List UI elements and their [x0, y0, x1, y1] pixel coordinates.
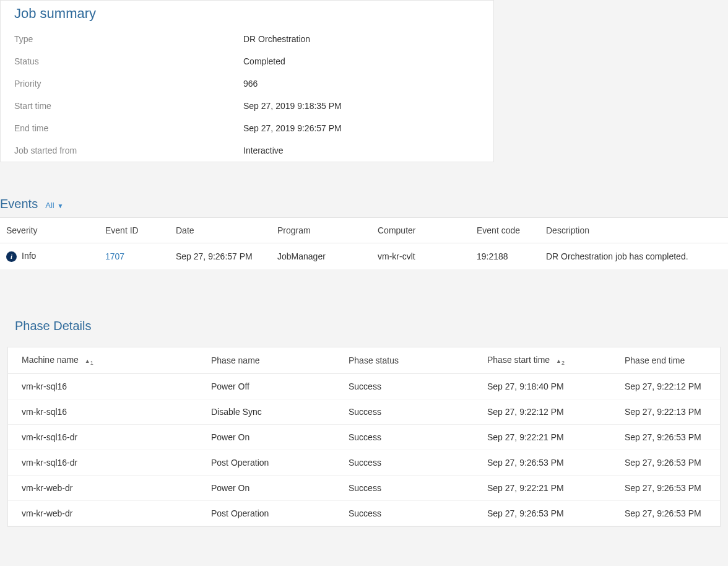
cell-start: Sep 27, 9:26:53 PM [482, 500, 620, 526]
cell-end: Sep 27, 9:22:13 PM [620, 399, 720, 424]
summary-row: End timeSep 27, 2019 9:26:57 PM [1, 117, 493, 139]
cell-phase: Post Operation [206, 450, 344, 475]
cell-start: Sep 27, 9:22:12 PM [482, 399, 620, 424]
cell-start: Sep 27, 9:18:40 PM [482, 373, 620, 399]
col-severity[interactable]: Severity [0, 218, 100, 243]
cell-status: Success [344, 373, 482, 399]
events-filter-label: All [45, 201, 54, 210]
summary-label: Job started from [14, 146, 243, 155]
col-computer[interactable]: Computer [373, 218, 472, 243]
table-row[interactable]: vm-kr-web-drPower OnSuccessSep 27, 9:22:… [8, 475, 720, 500]
cell-status: Success [344, 450, 482, 475]
summary-value: Interactive [243, 146, 284, 155]
cell-end: Sep 27, 9:26:53 PM [620, 475, 720, 500]
summary-row: Job started fromInteractive [1, 139, 493, 162]
info-icon: i [6, 251, 17, 262]
cell-event-code: 19:2188 [472, 243, 541, 269]
table-row[interactable]: vm-kr-sql16Power OffSuccessSep 27, 9:18:… [8, 373, 720, 399]
cell-end: Sep 27, 9:26:53 PM [620, 500, 720, 526]
summary-label: End time [14, 123, 243, 133]
sort-asc-icon: ▲1 [85, 358, 93, 366]
summary-row: TypeDR Orchestration [1, 28, 493, 50]
col-program[interactable]: Program [272, 218, 373, 243]
table-row[interactable]: vm-kr-web-drPost OperationSuccessSep 27,… [8, 500, 720, 526]
cell-description: DR Orchestration job has completed. [541, 243, 728, 269]
summary-label: Type [14, 34, 243, 44]
col-phase-end[interactable]: Phase end time [620, 347, 720, 373]
job-summary-card: Job summary TypeDR OrchestrationStatusCo… [0, 0, 494, 162]
col-phase-start[interactable]: Phase start time ▲2 [482, 347, 620, 373]
col-phase-name[interactable]: Phase name [206, 347, 344, 373]
cell-end: Sep 27, 9:22:12 PM [620, 373, 720, 399]
cell-status: Success [344, 399, 482, 424]
col-machine-name[interactable]: Machine name ▲1 [8, 347, 206, 373]
cell-machine: vm-kr-sql16 [8, 373, 206, 399]
cell-event-id: 1707 [100, 243, 171, 269]
phase-details-table: Machine name ▲1 Phase name Phase status … [8, 347, 720, 526]
summary-row: Priority966 [1, 72, 493, 95]
col-event-id[interactable]: Event ID [100, 218, 171, 243]
table-row[interactable]: vm-kr-sql16Disable SyncSuccessSep 27, 9:… [8, 399, 720, 424]
summary-row: Start timeSep 27, 2019 9:18:35 PM [1, 95, 493, 117]
events-filter-dropdown[interactable]: All ▼ [45, 201, 63, 210]
cell-machine: vm-kr-web-dr [8, 500, 206, 526]
cell-status: Success [344, 500, 482, 526]
cell-date: Sep 27, 9:26:57 PM [171, 243, 272, 269]
cell-end: Sep 27, 9:26:53 PM [620, 450, 720, 475]
summary-label: Start time [14, 101, 243, 111]
event-id-link[interactable]: 1707 [105, 251, 124, 261]
summary-row: StatusCompleted [1, 50, 493, 72]
events-title: Events [0, 197, 38, 211]
col-phase-status[interactable]: Phase status [344, 347, 482, 373]
sort-asc-icon: ▲2 [556, 358, 565, 366]
col-date[interactable]: Date [171, 218, 272, 243]
summary-value: 966 [243, 79, 258, 89]
table-row[interactable]: vm-kr-sql16-drPost OperationSuccessSep 2… [8, 450, 720, 475]
cell-machine: vm-kr-web-dr [8, 475, 206, 500]
events-table: Severity Event ID Date Program Computer … [0, 217, 728, 269]
col-description[interactable]: Description [541, 218, 728, 243]
summary-value: Completed [243, 56, 285, 66]
summary-value: Sep 27, 2019 9:18:35 PM [243, 101, 342, 111]
cell-status: Success [344, 424, 482, 450]
cell-phase: Power Off [206, 373, 344, 399]
summary-label: Priority [14, 79, 243, 89]
phase-details-title: Phase Details [7, 305, 721, 347]
summary-value: DR Orchestration [243, 34, 310, 44]
cell-phase: Power On [206, 424, 344, 450]
cell-computer: vm-kr-cvlt [373, 243, 472, 269]
cell-start: Sep 27, 9:26:53 PM [482, 450, 620, 475]
cell-end: Sep 27, 9:26:53 PM [620, 424, 720, 450]
cell-machine: vm-kr-sql16-dr [8, 424, 206, 450]
table-row[interactable]: iInfo1707Sep 27, 9:26:57 PMJobManagervm-… [0, 243, 728, 269]
col-event-code[interactable]: Event code [472, 218, 541, 243]
cell-phase: Disable Sync [206, 399, 344, 424]
cell-machine: vm-kr-sql16-dr [8, 450, 206, 475]
events-section: Events All ▼ Severity Event ID Date Prog… [0, 197, 728, 269]
job-summary-title: Job summary [1, 1, 493, 28]
summary-label: Status [14, 56, 243, 66]
cell-phase: Power On [206, 475, 344, 500]
phase-details-section: Phase Details Machine name ▲1 Phase name… [0, 305, 728, 527]
cell-machine: vm-kr-sql16 [8, 399, 206, 424]
dropdown-icon: ▼ [56, 202, 64, 209]
cell-program: JobManager [272, 243, 373, 269]
summary-value: Sep 27, 2019 9:26:57 PM [243, 123, 342, 133]
cell-severity: iInfo [0, 243, 100, 269]
cell-start: Sep 27, 9:22:21 PM [482, 475, 620, 500]
table-row[interactable]: vm-kr-sql16-drPower OnSuccessSep 27, 9:2… [8, 424, 720, 450]
cell-start: Sep 27, 9:22:21 PM [482, 424, 620, 450]
cell-phase: Post Operation [206, 500, 344, 526]
cell-status: Success [344, 475, 482, 500]
